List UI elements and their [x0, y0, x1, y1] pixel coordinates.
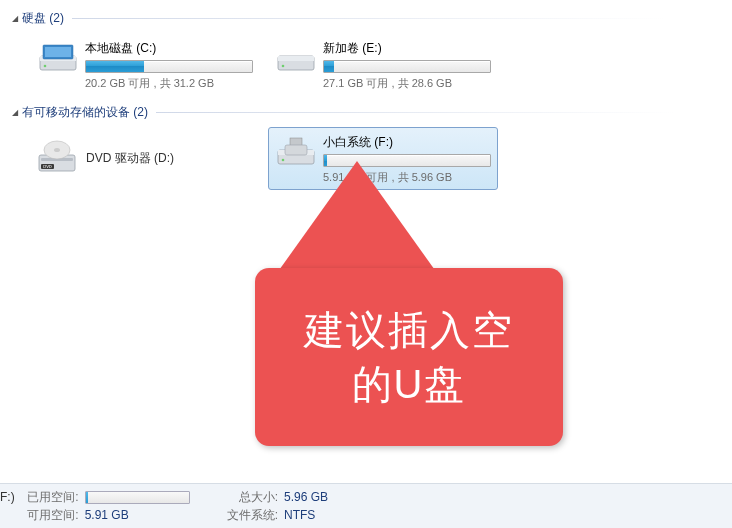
status-usage-bar: [85, 491, 190, 504]
category-hdd-label: 硬盘 (2): [22, 10, 64, 27]
category-removable[interactable]: ◢ 有可移动存储的设备 (2): [0, 102, 732, 123]
drive-f-name: 小白系统 (F:): [323, 134, 491, 151]
dvd-drive-icon: DVD: [36, 139, 78, 179]
status-free-label: 可用空间:: [19, 506, 79, 524]
drive-e-usage-bar: [323, 60, 491, 73]
svg-point-7: [282, 65, 285, 68]
svg-point-18: [282, 159, 285, 162]
status-bar: F:) 已用空间: 总大小: 5.96 GB F:) 可用空间: 5.91 GB…: [0, 483, 732, 528]
callout-annotation: 建议插入空 的U盘: [255, 268, 563, 446]
status-fs-label: 文件系统:: [218, 506, 278, 524]
drive-f-usage-bar: [323, 154, 491, 167]
hdd-icon: [37, 38, 79, 78]
callout-line2: 的U盘: [352, 362, 467, 406]
category-hdd[interactable]: ◢ 硬盘 (2): [0, 8, 732, 29]
drive-f[interactable]: 小白系统 (F:) 5.91 GB 可用 , 共 5.96 GB: [268, 127, 498, 190]
usb-drive-icon: [275, 132, 317, 172]
drive-e-stats: 27.1 GB 可用 , 共 28.6 GB: [323, 76, 491, 91]
status-total-label: 总大小:: [218, 488, 278, 506]
divider: [72, 18, 732, 19]
status-fs-value: NTFS: [284, 506, 315, 524]
status-free-value: 5.91 GB: [85, 506, 129, 524]
svg-text:DVD: DVD: [43, 164, 52, 169]
status-drive-label: F:): [0, 488, 15, 506]
svg-point-4: [44, 65, 47, 68]
drive-dvd[interactable]: DVD DVD 驱动器 (D:): [30, 127, 260, 190]
svg-point-11: [54, 148, 60, 152]
drive-dvd-name: DVD 驱动器 (D:): [86, 150, 174, 167]
category-removable-label: 有可移动存储的设备 (2): [22, 104, 148, 121]
svg-rect-6: [278, 56, 314, 61]
drive-c-stats: 20.2 GB 可用 , 共 31.2 GB: [85, 76, 253, 91]
drive-c-usage-bar: [85, 60, 253, 73]
hdd-icon: [275, 38, 317, 78]
drive-e[interactable]: 新加卷 (E:) 27.1 GB 可用 , 共 28.6 GB: [268, 33, 498, 96]
drive-f-stats: 5.91 GB 可用 , 共 5.96 GB: [323, 170, 491, 185]
drive-c-name: 本地磁盘 (C:): [85, 40, 253, 57]
collapse-arrow-icon: ◢: [12, 108, 18, 117]
collapse-arrow-icon: ◢: [12, 14, 18, 23]
divider: [156, 112, 732, 113]
drive-e-name: 新加卷 (E:): [323, 40, 491, 57]
drive-c[interactable]: 本地磁盘 (C:) 20.2 GB 可用 , 共 31.2 GB: [30, 33, 260, 96]
callout-line1: 建议插入空: [304, 308, 514, 352]
svg-rect-3: [45, 47, 71, 57]
status-used-label: 已用空间:: [19, 488, 79, 506]
status-total-value: 5.96 GB: [284, 488, 328, 506]
svg-rect-17: [285, 145, 307, 155]
